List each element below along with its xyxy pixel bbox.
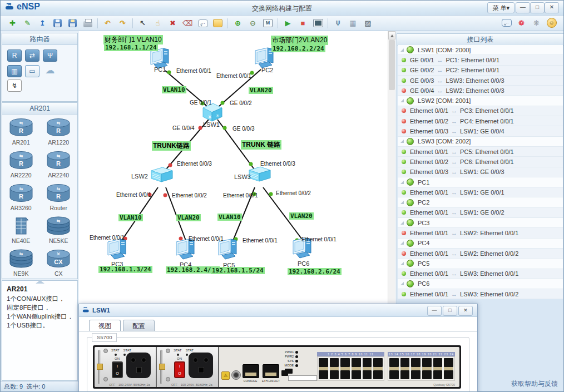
toolbar-save-topology-button[interactable] xyxy=(51,17,65,29)
rj45-port[interactable] xyxy=(340,358,350,367)
toolbar-select-button[interactable]: ↖ xyxy=(136,17,150,29)
rj45-port[interactable] xyxy=(389,358,399,367)
rj45-port[interactable] xyxy=(433,358,443,367)
rj45-port-column[interactable] xyxy=(319,358,328,379)
palette-device-cx[interactable]: ✕CXCX xyxy=(41,249,76,280)
rj45-port[interactable] xyxy=(330,358,339,367)
interface-row[interactable]: GE 0/0/1↔PC1: Ethernet 0/0/1 xyxy=(398,55,563,65)
tab-config[interactable]: 配置 xyxy=(123,320,155,332)
category-firewall-icon[interactable]: ▥ xyxy=(7,65,22,77)
toolbar-delete-button[interactable]: ✖ xyxy=(166,17,180,29)
toolbar-show-background-button[interactable]: ▨ xyxy=(361,17,375,29)
rj45-port-column[interactable] xyxy=(411,358,420,379)
toolbar-palette-button[interactable] xyxy=(211,17,225,29)
rj45-port[interactable] xyxy=(444,370,453,379)
toolbar-settings-button[interactable]: ❋ xyxy=(530,17,543,29)
rj45-port[interactable] xyxy=(400,358,410,367)
device-window-maximize-button[interactable]: □ xyxy=(443,306,457,316)
rj45-port[interactable] xyxy=(389,370,399,379)
category-wlan-icon[interactable]: Ψ xyxy=(43,49,57,62)
splitter-handle-icon[interactable] xyxy=(36,280,44,284)
rj45-port[interactable] xyxy=(373,358,383,367)
interface-group-lsw3[interactable]: LSW3 [COM: 2002] xyxy=(398,137,563,147)
power-switch[interactable]: I O xyxy=(174,361,185,378)
palette-device-ne5ke[interactable]: ⇆NE5KE xyxy=(41,216,76,247)
interface-group-pc1[interactable]: PC1 xyxy=(398,177,563,187)
expand-icon[interactable] xyxy=(400,241,404,245)
menu-button[interactable]: 菜 单▾ xyxy=(487,2,514,13)
toolbar-huawei-button[interactable]: ❁ xyxy=(514,17,528,29)
rj45-port[interactable] xyxy=(363,370,372,379)
interface-row[interactable]: Ethernet 0/0/3↔LSW1: GE 0/0/3 xyxy=(398,167,563,177)
expand-icon[interactable] xyxy=(400,282,404,285)
toolbar-topology-tree-button[interactable]: ⋔ xyxy=(331,17,345,29)
rj45-port[interactable] xyxy=(330,370,339,379)
toolbar-stop-device-button[interactable]: ■ xyxy=(296,17,310,29)
interface-row[interactable]: Ethernet 0/0/1↔LSW1: GE 0/0/1 xyxy=(398,187,563,197)
expand-icon[interactable] xyxy=(400,99,404,102)
palette-device-ar3260[interactable]: ⇆RAR3260 xyxy=(4,183,38,215)
tab-view[interactable]: 视图 xyxy=(89,320,121,332)
toolbar-help-button[interactable]: ☺ xyxy=(545,17,558,29)
expand-icon[interactable] xyxy=(400,181,404,184)
rj45-port[interactable] xyxy=(411,358,420,367)
category-terminal-icon[interactable]: ▭ xyxy=(25,65,39,77)
toolbar-eraser-button[interactable]: ⌫ xyxy=(181,17,195,29)
toolbar-print-button[interactable] xyxy=(81,17,95,29)
interface-row[interactable]: Ethernet 0/0/1↔LSW2: Ethernet 0/0/2 xyxy=(398,249,563,259)
interface-row[interactable]: Ethernet 0/0/1↔PC3: Ethernet 0/0/1 xyxy=(398,106,563,116)
interface-group-pc3[interactable]: PC3 xyxy=(398,218,563,228)
rj45-port-column[interactable] xyxy=(433,358,443,379)
category-switch-icon[interactable]: ⇄ xyxy=(25,49,39,62)
palette-device-ar2240[interactable]: ⇆RAR2240 xyxy=(41,150,76,182)
palette-device-ne40e[interactable]: NE40E xyxy=(4,216,38,247)
scrollbar-thumb[interactable] xyxy=(389,40,395,90)
mode-button[interactable] xyxy=(281,370,288,376)
interface-group-pc2[interactable]: PC2 xyxy=(398,197,563,207)
toolbar-zoom-out-button[interactable]: ⊖ xyxy=(246,17,260,29)
toolbar-open-topology-button[interactable]: ↥ xyxy=(36,17,50,29)
toolbar-device-display-button[interactable] xyxy=(311,17,325,29)
interface-row[interactable]: GE 0/0/3↔LSW3: Ethernet 0/0/3 xyxy=(398,76,563,86)
category-cloud-icon[interactable]: ☁ xyxy=(43,64,57,76)
rj45-port[interactable] xyxy=(352,358,361,367)
rj45-port-column[interactable] xyxy=(340,358,350,379)
palette-device-ne9k[interactable]: ⇆NE9K xyxy=(4,249,38,280)
toolbar-packet-capture-button[interactable]: M xyxy=(261,17,275,29)
topology-node-pc3[interactable] xyxy=(106,239,130,263)
palette-device-router[interactable]: ⇆RRouter xyxy=(41,183,76,215)
palette-device-ar2220[interactable]: ⇆RAR2220 xyxy=(4,150,38,182)
rj45-port[interactable] xyxy=(319,358,328,367)
interface-row[interactable]: GE 0/0/2↔PC2: Ethernet 0/0/1 xyxy=(398,66,563,76)
interface-row[interactable]: Ethernet 0/0/1↔LSW1: GE 0/0/2 xyxy=(398,208,563,218)
rj45-port-column[interactable] xyxy=(422,358,432,379)
rj45-port-column[interactable] xyxy=(352,358,361,379)
interface-row[interactable]: Ethernet 0/0/3↔LSW1: GE 0/0/4 xyxy=(398,126,563,136)
rj45-port-column[interactable] xyxy=(373,358,383,379)
palette-device-ar201[interactable]: ⇆RAR201 xyxy=(4,117,38,149)
rj45-port-column[interactable] xyxy=(330,358,339,379)
interface-group-lsw1[interactable]: LSW1 [COM: 2000] xyxy=(398,45,563,55)
rj45-port[interactable] xyxy=(363,358,372,367)
toolbar-redo-button[interactable]: ↷ xyxy=(116,17,130,29)
rj45-port-column[interactable] xyxy=(363,358,372,379)
rj45-port[interactable] xyxy=(444,358,453,367)
maximize-button[interactable]: □ xyxy=(530,2,545,13)
rj45-port[interactable] xyxy=(352,370,361,379)
toolbar-zoom-in-button[interactable]: ⊕ xyxy=(231,17,245,29)
rj45-port[interactable] xyxy=(373,370,383,379)
interface-group-pc5[interactable]: PC5 xyxy=(398,259,563,269)
expand-icon[interactable] xyxy=(400,221,404,225)
topology-node-pc5[interactable] xyxy=(216,239,241,263)
interface-group-pc6[interactable]: PC6 xyxy=(398,279,563,289)
toolbar-show-grid-button[interactable]: ▦ xyxy=(346,17,360,29)
device-window-close-button[interactable]: ✕ xyxy=(458,306,473,316)
rj45-port[interactable] xyxy=(411,370,420,379)
rj45-port[interactable] xyxy=(340,370,350,379)
palette-device-ar1220[interactable]: ⇆RAR1220 xyxy=(41,117,76,149)
rj45-port[interactable] xyxy=(422,358,432,367)
expand-icon[interactable] xyxy=(400,262,404,265)
rj45-port-column[interactable] xyxy=(444,358,453,379)
rj45-port[interactable] xyxy=(400,370,410,379)
interface-row[interactable]: Ethernet 0/0/2↔PC4: Ethernet 0/0/1 xyxy=(398,116,563,126)
